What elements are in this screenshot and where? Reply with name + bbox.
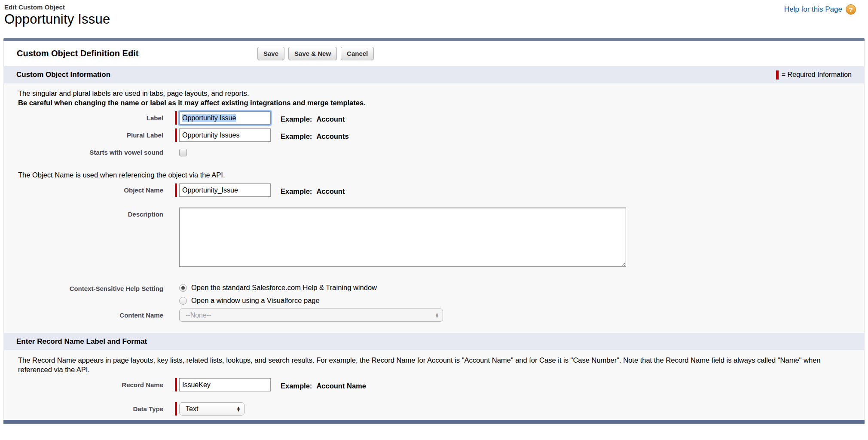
save-button[interactable]: Save	[257, 47, 284, 60]
custom-object-edit-module: Custom Object Definition Edit Save Save …	[3, 38, 865, 420]
toolbar-buttons: Save Save & New Cancel	[257, 47, 374, 60]
help-area: Help for this Page ?	[784, 4, 856, 15]
module-top-bar	[3, 38, 865, 41]
record-name-intro-text: The Record Name appears in page layouts,…	[18, 355, 852, 374]
toolbar: Custom Object Definition Edit Save Save …	[3, 41, 865, 66]
plural-label-example: Example: Accounts	[281, 130, 349, 141]
section-title: Enter Record Name Label and Format	[16, 337, 147, 346]
toolbar-title: Custom Object Definition Edit	[17, 49, 257, 58]
label-input-selected-text: Opportunity Issue	[182, 114, 236, 122]
vowel-sound-checkbox[interactable]	[179, 149, 187, 156]
data-type-select[interactable]: Text ▲▼	[179, 402, 245, 416]
data-type-field-label: Data Type	[4, 402, 163, 412]
object-name-input[interactable]	[179, 183, 271, 197]
description-field-label: Description	[4, 208, 163, 218]
data-type-field-row: Data Type Text ▲▼	[4, 402, 852, 416]
description-textarea[interactable]	[179, 208, 626, 267]
plural-label-field-row: Plural Label Example: Accounts	[4, 128, 852, 142]
plural-label-field-label: Plural Label	[4, 128, 163, 139]
select-arrows-icon: ▲▼	[435, 313, 439, 318]
label-field-row: Label Opportunity Issue Example: Account	[4, 111, 852, 125]
record-name-input[interactable]	[179, 378, 271, 391]
page-title: Opportunity Issue	[4, 12, 864, 27]
radio-selected-icon[interactable]	[179, 284, 187, 292]
record-name-field-label: Record Name	[4, 378, 163, 388]
help-question-icon[interactable]: ?	[846, 4, 856, 15]
label-field-label: Label	[4, 111, 163, 122]
content-name-select: --None-- ▲▼	[179, 309, 443, 322]
object-name-intro-text: The Object Name is used when referencing…	[18, 170, 852, 180]
required-marker-icon	[175, 128, 177, 142]
labels-warning-text: Be careful when changing the name or lab…	[18, 98, 852, 107]
plural-label-input[interactable]	[179, 128, 271, 142]
breadcrumb: Edit Custom Object	[4, 3, 864, 11]
record-name-field-row: Record Name Example: Account Name	[4, 378, 852, 391]
module-bottom-bar	[3, 420, 865, 424]
custom-object-information-form: The singular and plural labels are used …	[3, 83, 865, 333]
labels-intro-text: The singular and plural labels are used …	[18, 89, 852, 98]
required-marker-icon	[175, 111, 177, 125]
page-header: Edit Custom Object Opportunity Issue Hel…	[0, 0, 868, 38]
description-field-row: Description	[4, 208, 852, 267]
save-and-new-button[interactable]: Save & New	[288, 47, 337, 60]
required-legend-text: = Required Information	[782, 71, 852, 79]
content-name-field-label: Content Name	[4, 309, 163, 319]
cancel-button[interactable]: Cancel	[341, 47, 374, 60]
section-header-record-name: Enter Record Name Label and Format	[3, 333, 865, 350]
vowel-sound-field-row: Starts with vowel sound	[4, 146, 852, 159]
help-setting-field-label: Context-Sensitive Help Setting	[4, 282, 163, 292]
record-name-form: The Record Name appears in page layouts,…	[3, 350, 865, 420]
help-setting-option-visualforce[interactable]: Open a window using a Visualforce page	[179, 296, 377, 305]
label-input[interactable]: Opportunity Issue	[179, 111, 271, 125]
section-header-custom-object-information: Custom Object Information = Required Inf…	[3, 66, 865, 83]
required-marker-icon	[175, 378, 177, 391]
section-title: Custom Object Information	[16, 70, 110, 79]
radio-unselected-icon[interactable]	[179, 297, 187, 305]
vowel-sound-field-label: Starts with vowel sound	[4, 146, 163, 156]
content-name-field-row: Content Name --None-- ▲▼	[4, 309, 852, 322]
record-name-example: Example: Account Name	[281, 380, 366, 390]
required-marker-icon	[175, 402, 177, 416]
object-name-example: Example: Account	[281, 185, 345, 196]
help-setting-option-standard[interactable]: Open the standard Salesforce.com Help & …	[179, 284, 377, 292]
object-name-field-label: Object Name	[4, 183, 163, 194]
help-setting-field-row: Context-Sensitive Help Setting Open the …	[4, 282, 852, 305]
select-arrows-icon: ▲▼	[236, 406, 241, 412]
label-example: Example: Account	[281, 113, 345, 123]
required-marker-icon	[776, 70, 779, 79]
required-information-legend: = Required Information	[776, 70, 852, 79]
object-name-field-row: Object Name Example: Account	[4, 183, 852, 197]
help-setting-radio-group: Open the standard Salesforce.com Help & …	[179, 282, 377, 305]
required-marker-icon	[175, 183, 177, 197]
help-for-this-page-link[interactable]: Help for this Page	[784, 5, 842, 14]
